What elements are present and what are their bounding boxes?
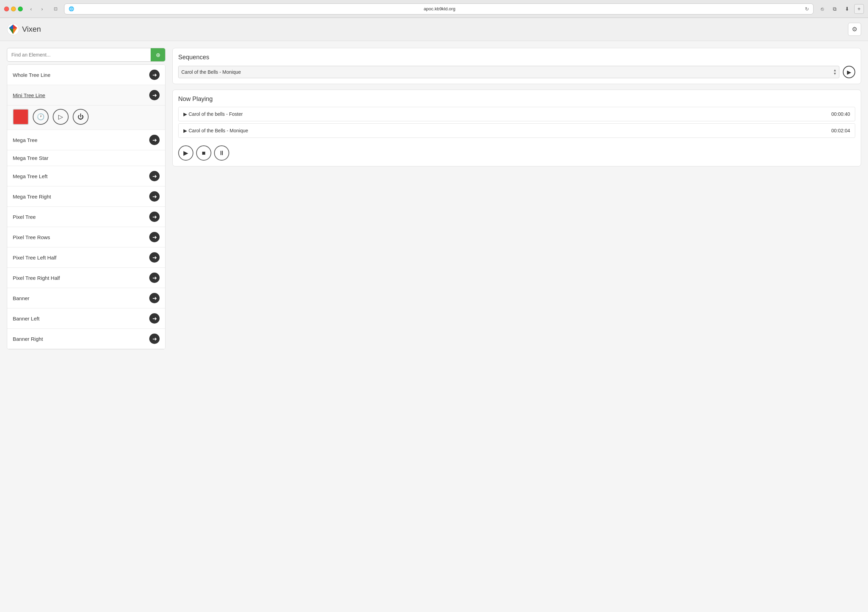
navigate-arrow-icon[interactable]: ➜ xyxy=(149,212,160,222)
element-name: Banner Right xyxy=(13,336,43,342)
track-duration: 00:00:40 xyxy=(831,111,850,117)
playback-play-button[interactable]: ▶ xyxy=(178,146,194,161)
power-icon: ⏻ xyxy=(78,113,84,121)
search-button[interactable]: ⊕ xyxy=(150,48,165,61)
navigate-arrow-icon[interactable]: ➜ xyxy=(149,90,160,100)
track-play-icon: ▶ xyxy=(183,111,187,117)
vixen-logo-icon xyxy=(7,23,19,36)
track-list: ▶ Carol of the bells - Foster 00:00:40 ▶… xyxy=(178,107,855,140)
element-item-mega-tree-left[interactable]: Mega Tree Left ➜ xyxy=(7,166,165,186)
color-swatch[interactable] xyxy=(13,109,29,125)
element-name: Banner xyxy=(13,295,29,301)
element-item-mini-tree-line[interactable]: Mini Tree Line ➜ xyxy=(7,85,165,105)
navigate-arrow-icon[interactable]: ➜ xyxy=(149,273,160,283)
track-duration: 00:02:04 xyxy=(831,128,850,133)
element-name: Mini Tree Line xyxy=(13,92,45,98)
element-name: Mega Tree Star xyxy=(13,155,48,161)
element-name: Pixel Tree xyxy=(13,214,36,220)
right-panel: Sequences Carol of the Bells - Monique C… xyxy=(172,48,861,605)
maximize-button[interactable] xyxy=(18,6,23,11)
element-name: Whole Tree Line xyxy=(13,72,50,78)
element-name: Pixel Tree Left Half xyxy=(13,255,57,260)
clock-icon: 🕐 xyxy=(37,113,45,121)
stop-icon: ■ xyxy=(202,150,206,157)
browser-chrome: ‹ › ⊡ 🌐 apoc.kb9kld.org ↻ ⎋ ⧉ ⬇ + xyxy=(0,0,868,18)
element-name: Mega Tree Right xyxy=(13,194,51,200)
share-button[interactable]: ⎋ xyxy=(817,4,827,14)
gear-icon: ⚙ xyxy=(852,25,857,33)
traffic-lights xyxy=(4,6,23,11)
element-item-mega-tree[interactable]: Mega Tree ➜ xyxy=(7,130,165,150)
element-item-banner-right[interactable]: Banner Right ➜ xyxy=(7,329,165,349)
element-list: Whole Tree Line ➜ Mini Tree Line ➜ 🕐 ▷ xyxy=(7,64,166,349)
navigate-arrow-icon[interactable]: ➜ xyxy=(149,135,160,145)
mini-tree-controls: 🕐 ▷ ⏻ xyxy=(7,105,165,130)
track-item-monique[interactable]: ▶ Carol of the Bells - Monique 00:02:04 xyxy=(178,123,855,138)
app-window: Vixen ⚙ ⊕ Whole Tree Line ➜ xyxy=(0,18,868,612)
element-item-pixel-tree-rows[interactable]: Pixel Tree Rows ➜ xyxy=(7,227,165,248)
url-text[interactable]: apoc.kb9kld.org xyxy=(77,6,802,11)
download-button[interactable]: ⬇ xyxy=(842,4,852,14)
power-icon-button[interactable]: ⏻ xyxy=(73,109,88,125)
element-name: Pixel Tree Rows xyxy=(13,234,50,240)
sequence-select-wrapper: Carol of the Bells - Monique Carol of th… xyxy=(178,66,839,78)
track-name: ▶ Carol of the Bells - Monique xyxy=(183,128,248,133)
sequences-title: Sequences xyxy=(178,54,855,61)
play-icon: ▶ xyxy=(847,69,851,76)
play-icon-button[interactable]: ▷ xyxy=(53,109,68,125)
navigate-arrow-icon[interactable]: ➜ xyxy=(149,313,160,324)
schedule-icon-button[interactable]: 🕐 xyxy=(33,109,49,125)
element-name: Banner Left xyxy=(13,316,40,322)
play-icon: ▶ xyxy=(183,149,188,157)
playback-pause-button[interactable]: ⏸ xyxy=(214,146,229,161)
left-panel: ⊕ Whole Tree Line ➜ Mini Tree Line ➜ xyxy=(7,48,166,605)
forward-button[interactable]: › xyxy=(37,4,47,14)
playback-controls: ▶ ■ ⏸ xyxy=(178,146,855,161)
sequence-play-button[interactable]: ▶ xyxy=(843,66,855,78)
track-play-icon: ▶ xyxy=(183,128,187,133)
navigate-arrow-icon[interactable]: ➜ xyxy=(149,333,160,344)
sequences-panel: Sequences Carol of the Bells - Monique C… xyxy=(172,48,861,84)
element-item-banner-left[interactable]: Banner Left ➜ xyxy=(7,308,165,329)
element-item-pixel-tree-left-half[interactable]: Pixel Tree Left Half ➜ xyxy=(7,248,165,268)
new-tab-button[interactable]: + xyxy=(854,4,864,14)
now-playing-panel: Now Playing ▶ Carol of the bells - Foste… xyxy=(172,90,861,166)
element-name: Pixel Tree Right Half xyxy=(13,275,60,281)
app-logo: Vixen xyxy=(7,23,41,36)
back-button[interactable]: ‹ xyxy=(26,4,36,14)
navigate-arrow-icon[interactable]: ➜ xyxy=(149,70,160,80)
settings-button[interactable]: ⚙ xyxy=(848,23,861,36)
pause-icon: ⏸ xyxy=(219,150,225,157)
track-item-foster[interactable]: ▶ Carol of the bells - Foster 00:00:40 xyxy=(178,107,855,121)
navigate-arrow-icon[interactable]: ➜ xyxy=(149,191,160,201)
minimize-button[interactable] xyxy=(11,6,16,11)
url-bar: 🌐 apoc.kb9kld.org ↻ xyxy=(64,3,814,14)
favicon-icon: 🌐 xyxy=(68,6,74,11)
search-input[interactable] xyxy=(7,48,150,61)
element-name: Mega Tree xyxy=(13,137,37,143)
app-content: ⊕ Whole Tree Line ➜ Mini Tree Line ➜ xyxy=(0,41,868,612)
sidebar-toggle-button[interactable]: ⊡ xyxy=(50,5,60,13)
element-item-mega-tree-right[interactable]: Mega Tree Right ➜ xyxy=(7,186,165,207)
sequence-selector: Carol of the Bells - Monique Carol of th… xyxy=(178,66,855,78)
reload-button[interactable]: ↻ xyxy=(805,6,809,12)
navigate-arrow-icon[interactable]: ➜ xyxy=(149,252,160,263)
now-playing-title: Now Playing xyxy=(178,96,855,103)
browser-actions: ⎋ ⧉ ⬇ + xyxy=(817,4,864,14)
app-header: Vixen ⚙ xyxy=(0,18,868,41)
element-item-mega-tree-star[interactable]: Mega Tree Star xyxy=(7,150,165,166)
tab-overview-button[interactable]: ⧉ xyxy=(829,4,840,14)
sequence-select[interactable]: Carol of the Bells - Monique Carol of th… xyxy=(178,66,839,78)
element-item-pixel-tree[interactable]: Pixel Tree ➜ xyxy=(7,207,165,227)
playback-stop-button[interactable]: ■ xyxy=(196,146,211,161)
navigate-arrow-icon[interactable]: ➜ xyxy=(149,171,160,181)
element-item-pixel-tree-right-half[interactable]: Pixel Tree Right Half ➜ xyxy=(7,268,165,288)
navigate-arrow-icon[interactable]: ➜ xyxy=(149,293,160,303)
navigate-arrow-icon[interactable]: ➜ xyxy=(149,232,160,242)
element-item-banner[interactable]: Banner ➜ xyxy=(7,288,165,308)
track-name: ▶ Carol of the bells - Foster xyxy=(183,111,243,117)
close-button[interactable] xyxy=(4,6,9,11)
play-icon: ▷ xyxy=(58,113,63,121)
element-name: Mega Tree Left xyxy=(13,174,48,179)
element-item-whole-tree-line[interactable]: Whole Tree Line ➜ xyxy=(7,65,165,85)
